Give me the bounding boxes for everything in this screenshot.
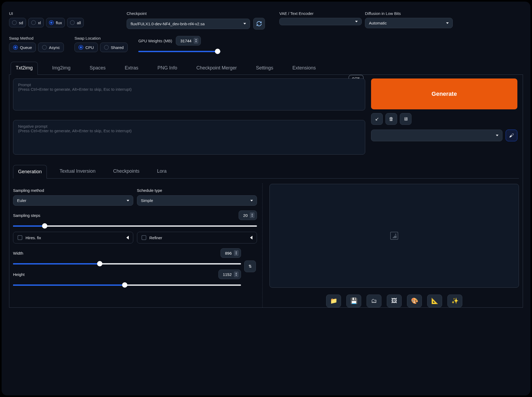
arrow-down-left-icon: ↙ [375, 116, 379, 122]
ruler-icon: 📐 [431, 297, 438, 304]
schedule-type-label: Schedule type [137, 188, 257, 193]
swap-location-cpu[interactable]: CPU [74, 43, 98, 52]
chevron-down-icon [127, 200, 129, 201]
chevron-down-icon [355, 21, 358, 22]
tab-checkpoint-merger[interactable]: Checkpoint Merger [192, 62, 242, 75]
zip-button[interactable]: 🗂 [367, 295, 381, 307]
height-label: Height [13, 272, 24, 277]
checkpoint-refresh-button[interactable] [253, 18, 265, 30]
refresh-icon [256, 21, 262, 27]
edit-styles-button[interactable]: 🖌 [506, 130, 517, 141]
number-stepper-icon[interactable]: ▲▼ [234, 271, 239, 277]
sparkle-icon: ✨ [451, 297, 459, 304]
open-folder-button[interactable]: 📁 [326, 295, 341, 307]
tab-spaces[interactable]: Spaces [85, 62, 110, 75]
sampling-method-label: Sampling method [13, 188, 133, 193]
checkbox-icon [142, 235, 146, 240]
chevron-down-icon [250, 200, 253, 201]
number-stepper-icon[interactable]: ▲▼ [234, 250, 239, 256]
swap-method-queue[interactable]: Queue [9, 43, 36, 52]
ui-option-all[interactable]: all [67, 18, 84, 27]
swap-location-label: Swap Location [74, 36, 128, 40]
chevron-down-icon [243, 23, 246, 24]
swap-method-async[interactable]: Async [38, 43, 64, 52]
triangle-left-icon [250, 236, 252, 239]
ui-option-sd[interactable]: sd [9, 18, 26, 27]
hires-fix-toggle[interactable]: Hires. fix [13, 232, 133, 243]
tab-txt2img[interactable]: Txt2img [11, 62, 38, 75]
show-image-button[interactable]: 🖥 [400, 113, 412, 125]
subtab-lora[interactable]: Lora [152, 165, 171, 178]
height-input[interactable]: 1152▲▼ [218, 270, 241, 279]
sampling-steps-slider[interactable] [13, 224, 257, 227]
chevron-down-icon [496, 135, 498, 136]
tab-pnginfo[interactable]: PNG Info [153, 62, 182, 75]
palette-icon: 🎨 [411, 297, 418, 304]
generate-button[interactable]: Generate [371, 78, 517, 109]
swap-location-shared[interactable]: Shared [100, 43, 128, 52]
gen-sub-tabs: Generation Textual Inversion Checkpoints… [13, 165, 519, 179]
subtab-textual-inversion[interactable]: Textual Inversion [55, 165, 100, 178]
checkbox-icon [18, 235, 22, 240]
sampling-steps-input[interactable]: 20▲▼ [239, 210, 257, 220]
checkpoint-label: Checkpoint [127, 11, 265, 16]
chevron-down-icon [446, 22, 449, 24]
save-button[interactable]: 💾 [346, 295, 361, 307]
frame-icon: 🖥 [403, 116, 408, 122]
gpu-weights-label: GPU Weights (MB) [138, 39, 172, 43]
ui-label: UI [9, 11, 123, 16]
subtab-generation[interactable]: Generation [13, 165, 47, 179]
diffusion-select[interactable]: Automatic [365, 18, 453, 28]
folder-icon: 📁 [330, 297, 337, 304]
diffusion-label: Diffusion in Low Bits [365, 11, 453, 16]
swap-location-field: Swap Location CPU Shared [74, 36, 128, 52]
gpu-weights-input[interactable]: 31744 ▲▼ [176, 36, 201, 46]
width-input[interactable]: 896▲▼ [221, 248, 241, 258]
height-slider[interactable] [13, 283, 241, 286]
subtab-checkpoints[interactable]: Checkpoints [108, 165, 144, 178]
archive-icon: 🗂 [371, 297, 377, 304]
tab-img2img[interactable]: Img2img [47, 62, 75, 75]
ui-option-flux[interactable]: flux [46, 18, 65, 27]
arrow-button[interactable]: ↙ [371, 113, 383, 125]
swap-icon: ⇅ [248, 264, 252, 269]
gpu-weights-slider[interactable] [138, 50, 221, 52]
trash-icon: 🗑 [389, 116, 394, 122]
styles-select[interactable] [371, 130, 502, 141]
width-label: Width [13, 251, 23, 255]
checkpoint-field: Checkpoint flux/FULX1.0-dev-NF4_dev-bnb-… [127, 11, 265, 30]
sampling-method-select[interactable]: Euler [13, 195, 133, 206]
tab-extras[interactable]: Extras [120, 62, 143, 75]
diffusion-field: Diffusion in Low Bits Automatic [365, 11, 453, 28]
send-extras-button[interactable]: 📐 [427, 295, 442, 307]
swap-dimensions-button[interactable]: ⇅ [244, 260, 256, 272]
clear-button[interactable]: 🗑 [385, 113, 397, 125]
ui-option-xl[interactable]: xl [28, 18, 44, 27]
send-inpaint-button[interactable]: 🎨 [407, 295, 422, 307]
image-placeholder-icon [390, 232, 398, 240]
width-slider[interactable] [13, 262, 241, 265]
sampling-steps-label: Sampling steps [13, 213, 40, 218]
gpu-weights-field: GPU Weights (MB) 31744 ▲▼ [138, 36, 221, 52]
swap-method-field: Swap Method Queue Async [9, 36, 64, 52]
send-img2img-button[interactable]: 🖼 [387, 295, 402, 307]
vae-label: VAE / Text Encoder [279, 11, 362, 16]
prompt-input[interactable]: Prompt (Press Ctrl+Enter to generate, Al… [13, 78, 365, 110]
vae-field: VAE / Text Encoder [279, 11, 362, 25]
triangle-left-icon [126, 236, 129, 239]
negative-prompt-input[interactable]: Negative prompt (Press Ctrl+Enter to gen… [13, 120, 365, 155]
picture-icon: 🖼 [391, 297, 397, 304]
vae-select[interactable] [279, 18, 362, 25]
tab-extensions[interactable]: Extensions [288, 62, 321, 75]
ui-field: UI sd xl flux all [9, 11, 123, 27]
number-stepper-icon[interactable]: ▲▼ [194, 38, 198, 44]
refiner-toggle[interactable]: Refiner [137, 232, 257, 243]
upscale-button[interactable]: ✨ [447, 295, 462, 307]
checkpoint-select[interactable]: flux/FULX1.0-dev-NF4_dev-bnb-nf4-v2.sa [127, 19, 250, 29]
schedule-type-select[interactable]: Simple [137, 195, 257, 206]
number-stepper-icon[interactable]: ▲▼ [250, 212, 255, 218]
output-preview [269, 184, 519, 288]
floppy-icon: 💾 [350, 297, 358, 304]
tab-settings[interactable]: Settings [251, 62, 278, 75]
swap-method-label: Swap Method [9, 36, 64, 40]
